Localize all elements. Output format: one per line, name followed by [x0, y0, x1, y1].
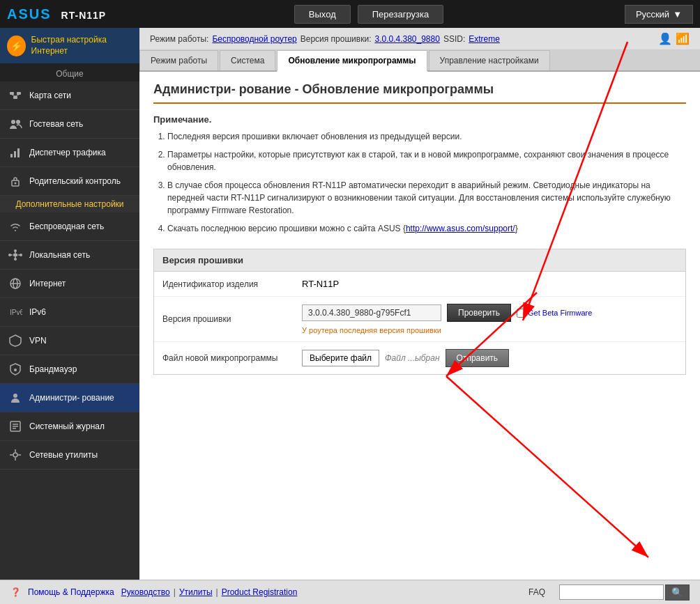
- sidebar-item-label: Карта сети: [29, 91, 71, 100]
- netutils-icon: [7, 447, 24, 463]
- guest-network-icon: [7, 116, 24, 132]
- svg-point-27: [13, 453, 17, 457]
- manual-link[interactable]: Руководство: [121, 587, 170, 597]
- svg-rect-8: [14, 151, 16, 157]
- chevron-down-icon: ▼: [673, 9, 682, 20]
- sidebar-item-wifi[interactable]: Беспроводная сеть: [0, 212, 139, 241]
- note-title: Примечание.: [153, 114, 686, 125]
- sidebar-additional-header: Дополнительные настройки: [0, 196, 139, 212]
- asus-link[interactable]: http://www.asus.com/support/: [406, 224, 515, 233]
- help-link[interactable]: Помощь & Поддержка: [28, 587, 114, 597]
- network-map-icon: [7, 87, 24, 104]
- tab-mode[interactable]: Режим работы: [139, 50, 218, 70]
- mode-value[interactable]: Беспроводной роутер: [212, 34, 296, 44]
- sidebar-item-ipv6[interactable]: IPv6 IPv6: [0, 298, 139, 327]
- sidebar-item-label: Беспроводная сеть: [29, 222, 104, 231]
- sidebar-item-label: Диспетчер трафика: [29, 148, 106, 157]
- asus-logo: ASUS RT-N11P: [7, 6, 106, 22]
- vpn-icon: [7, 332, 24, 349]
- svg-rect-12: [13, 254, 17, 256]
- wifi-icon: [7, 218, 24, 235]
- sidebar-item-firewall[interactable]: Брандмауэр: [0, 355, 139, 384]
- svg-rect-0: [10, 92, 14, 95]
- sidebar-item-guest-network[interactable]: Гостевая сеть: [0, 110, 139, 139]
- sidebar: ⚡ Быстрая настройка Интернет Общие Карта…: [0, 28, 139, 580]
- svg-text:IPv6: IPv6: [10, 309, 22, 316]
- svg-rect-2: [13, 96, 17, 99]
- sidebar-item-internet[interactable]: Интернет: [0, 270, 139, 298]
- tab-settings[interactable]: Управление настройками: [429, 50, 550, 70]
- sidebar-item-netutils[interactable]: Сетевые утилиты: [0, 441, 139, 470]
- sidebar-item-label: Родительский контроль: [29, 176, 121, 186]
- page-content: Администри- рование - Обновление микропр…: [139, 72, 700, 580]
- product-reg-link[interactable]: Product Registration: [222, 587, 298, 597]
- logout-button[interactable]: Выход: [294, 5, 351, 24]
- product-id-row: Идентификатор изделия RT-N11P: [154, 272, 685, 297]
- fw-version-input[interactable]: [302, 304, 441, 321]
- quick-setup-label: Быстрая настройка Интернет: [31, 35, 132, 56]
- check-firmware-button[interactable]: Проверить: [447, 304, 511, 322]
- footer: ❓ Помощь & Поддержка Руководство | Утили…: [0, 580, 700, 604]
- choose-file-button[interactable]: Выберите файл: [302, 350, 379, 366]
- ssid-label: SSID:: [443, 34, 465, 44]
- svg-point-16: [14, 258, 17, 261]
- utils-link[interactable]: Утилиты: [179, 587, 213, 597]
- sidebar-item-label: Интернет: [29, 279, 66, 288]
- lan-icon: [7, 247, 24, 263]
- note-item-2: Параметры настройки, которые присутствую…: [167, 148, 686, 173]
- sidebar-item-label: Гостевая сеть: [29, 119, 83, 129]
- svg-line-4: [15, 95, 19, 96]
- admin-icon: [7, 389, 24, 406]
- svg-rect-7: [10, 154, 13, 157]
- fw-version-label: Версия прошивки: [162, 314, 302, 324]
- svg-point-5: [11, 120, 15, 124]
- sidebar-item-syslog[interactable]: Системный журнал: [0, 412, 139, 441]
- language-button[interactable]: Русский ▼: [625, 5, 693, 24]
- traffic-icon: [7, 144, 24, 161]
- sidebar-item-admin[interactable]: Администри- рование: [0, 384, 139, 412]
- svg-point-21: [14, 369, 17, 371]
- ipv6-icon: IPv6: [7, 304, 24, 320]
- svg-rect-1: [17, 92, 21, 95]
- fw-section-header: Версия прошивки: [154, 249, 685, 272]
- note-item-3: В случае сбоя процесса обновления RT-N11…: [167, 179, 686, 217]
- faq-label: FAQ: [528, 587, 545, 597]
- note-item-1: Последняя версия прошивки включает обнов…: [167, 130, 686, 143]
- mode-label: Режим работы:: [150, 34, 208, 44]
- tab-system[interactable]: Система: [220, 50, 275, 70]
- search-input[interactable]: [559, 584, 664, 600]
- ssid-value[interactable]: Extreme: [469, 34, 500, 44]
- sidebar-item-network-map[interactable]: Карта сети: [0, 82, 139, 110]
- svg-line-3: [12, 95, 15, 96]
- svg-rect-9: [17, 148, 20, 157]
- product-id-label: Идентификатор изделия: [162, 279, 302, 289]
- sidebar-item-parental[interactable]: Родительский контроль: [0, 167, 139, 196]
- reboot-button[interactable]: Перезагрузка: [358, 5, 443, 24]
- svg-point-13: [14, 249, 17, 252]
- svg-point-14: [20, 254, 22, 256]
- svg-point-6: [16, 120, 20, 124]
- sidebar-item-quick-setup[interactable]: ⚡ Быстрая настройка Интернет: [0, 28, 139, 63]
- fw-version-row: Версия прошивки Проверить Get Beta Firmw…: [154, 297, 685, 342]
- notes-list: Последняя версия прошивки включает обнов…: [167, 130, 686, 235]
- sidebar-item-traffic[interactable]: Диспетчер трафика: [0, 139, 139, 167]
- fw-label: Версия прошивки:: [300, 34, 372, 44]
- svg-point-22: [13, 394, 17, 398]
- sidebar-item-label: Локальная сеть: [29, 250, 90, 260]
- svg-point-15: [8, 254, 11, 256]
- sidebar-item-label: VPN: [29, 336, 47, 346]
- note-item-4: Скачать последнюю версию прошивки можно …: [167, 222, 686, 235]
- sidebar-item-vpn[interactable]: VPN: [0, 327, 139, 355]
- search-button[interactable]: 🔍: [665, 584, 690, 601]
- beta-checkbox[interactable]: [517, 309, 526, 318]
- fw-status: У роутера последняя версия прошивки: [302, 326, 441, 334]
- send-button[interactable]: Отправить: [446, 349, 510, 367]
- sidebar-item-label: Брандмауэр: [29, 364, 77, 374]
- fw-value[interactable]: 3.0.0.4.380_9880: [374, 34, 439, 44]
- sidebar-item-lan[interactable]: Локальная сеть: [0, 241, 139, 270]
- model-name: RT-N11P: [61, 10, 107, 21]
- syslog-icon: [7, 418, 24, 435]
- beta-firmware-label: Get Beta Firmware: [517, 309, 592, 318]
- tabs: Режим работы Система Обновление микропро…: [139, 50, 700, 72]
- tab-firmware[interactable]: Обновление микропрограммы: [277, 50, 427, 72]
